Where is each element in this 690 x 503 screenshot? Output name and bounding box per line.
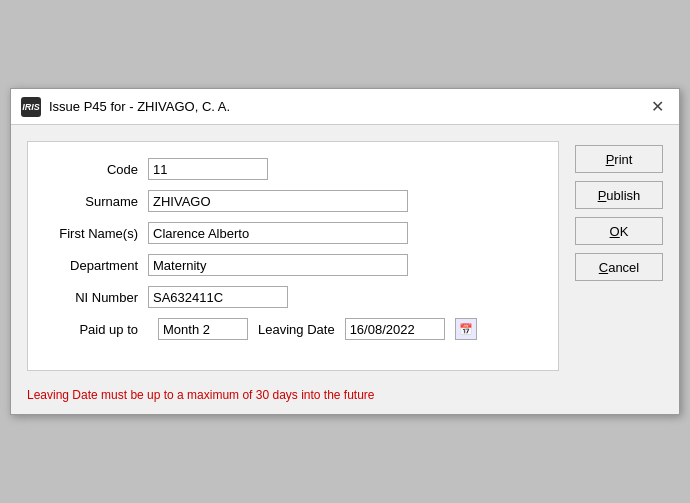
surname-label: Surname	[48, 194, 148, 209]
close-button[interactable]: ✕	[645, 95, 669, 119]
main-window: IRIS Issue P45 for - ZHIVAGO, C. A. ✕ Co…	[10, 88, 680, 415]
surname-row: Surname	[48, 190, 538, 212]
paidup-label: Paid up to	[48, 322, 148, 337]
window-body: Code Surname First Name(s) Department NI…	[11, 125, 679, 387]
title-bar-left: IRIS Issue P45 for - ZHIVAGO, C. A.	[21, 97, 230, 117]
leaving-date-input[interactable]	[345, 318, 445, 340]
paidup-input[interactable]	[158, 318, 248, 340]
publish-label: Publish	[598, 188, 641, 203]
department-label: Department	[48, 258, 148, 273]
button-panel: Print Publish OK Cancel	[575, 141, 663, 371]
error-message: Leaving Date must be up to a maximum of …	[27, 388, 375, 402]
window-title: Issue P45 for - ZHIVAGO, C. A.	[49, 99, 230, 114]
code-label: Code	[48, 162, 148, 177]
print-button[interactable]: Print	[575, 145, 663, 173]
cancel-button[interactable]: Cancel	[575, 253, 663, 281]
calendar-icon: 📅	[459, 323, 473, 336]
error-area: Leaving Date must be up to a maximum of …	[11, 387, 679, 414]
app-icon: IRIS	[21, 97, 41, 117]
firstname-input[interactable]	[148, 222, 408, 244]
publish-button[interactable]: Publish	[575, 181, 663, 209]
ni-input[interactable]	[148, 286, 288, 308]
ok-button[interactable]: OK	[575, 217, 663, 245]
firstname-row: First Name(s)	[48, 222, 538, 244]
ni-row: NI Number	[48, 286, 538, 308]
department-input[interactable]	[148, 254, 408, 276]
department-row: Department	[48, 254, 538, 276]
paid-row: Paid up to Leaving Date 📅	[48, 318, 538, 340]
cancel-label: Cancel	[599, 260, 639, 275]
ni-label: NI Number	[48, 290, 148, 305]
form-panel: Code Surname First Name(s) Department NI…	[27, 141, 559, 371]
ok-label: OK	[610, 224, 629, 239]
leaving-label: Leaving Date	[258, 322, 335, 337]
title-bar: IRIS Issue P45 for - ZHIVAGO, C. A. ✕	[11, 89, 679, 125]
print-label: Print	[606, 152, 633, 167]
code-input[interactable]	[148, 158, 268, 180]
firstname-label: First Name(s)	[48, 226, 148, 241]
calendar-button[interactable]: 📅	[455, 318, 477, 340]
code-row: Code	[48, 158, 538, 180]
surname-input[interactable]	[148, 190, 408, 212]
